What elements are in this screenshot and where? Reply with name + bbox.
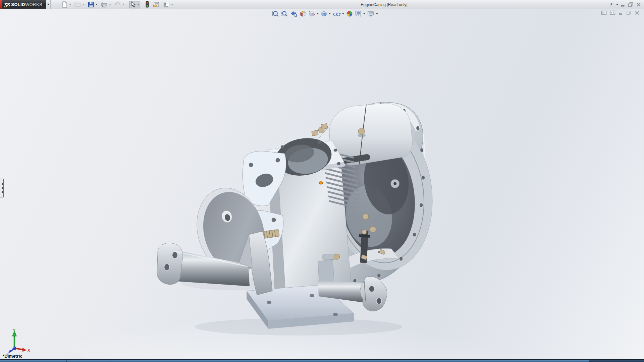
- display-style-icon: [321, 10, 327, 17]
- apply-scene-button[interactable]: [354, 10, 366, 17]
- collapse-left-icon: [1, 187, 3, 189]
- model-render-engine-casing: [0, 9, 644, 359]
- traffic-light-button[interactable]: [144, 1, 150, 8]
- statusbar-separator: [127, 360, 127, 362]
- brand-light: WORKS: [25, 2, 42, 7]
- document-minimize-button[interactable]: [619, 11, 623, 15]
- edit-appearance-icon: [346, 10, 353, 17]
- new-dropdown-caret[interactable]: [69, 4, 71, 5]
- collapse-left-icon: [1, 191, 3, 193]
- statusbar-right-segment: [589, 360, 644, 362]
- section-view-icon: [299, 10, 306, 17]
- view-settings-caret[interactable]: [376, 13, 378, 14]
- statusbar-separator: [589, 360, 589, 362]
- pane-toggle-left-icon[interactable]: [601, 10, 607, 15]
- window-title: EngineCasing [Read-only]: [335, 0, 433, 9]
- view-settings-icon: [367, 10, 375, 17]
- edit-appearance-button[interactable]: [345, 10, 354, 17]
- close-button[interactable]: [636, 2, 641, 7]
- window-controls: ?: [610, 0, 641, 9]
- undo-dropdown-caret[interactable]: [122, 4, 124, 5]
- main-toolbar: [61, 0, 175, 9]
- triad-y-label: Y: [13, 328, 16, 333]
- previous-view-icon: [290, 10, 297, 17]
- help-dropdown-caret[interactable]: [616, 4, 618, 5]
- restore-button[interactable]: [628, 2, 634, 7]
- title-bar: ƷS SOLIDWORKS: [0, 0, 644, 9]
- view-orientation-button[interactable]: [308, 10, 319, 17]
- zoom-to-area-icon: [281, 10, 288, 17]
- display-style-caret[interactable]: [329, 13, 331, 14]
- select-cursor-icon: [130, 1, 136, 7]
- view-orientation-label: *Dimetric: [3, 354, 22, 359]
- zoom-to-fit-icon: [272, 10, 279, 17]
- hide-show-items-icon: [333, 10, 341, 17]
- new-document-icon: [62, 1, 68, 8]
- taskbar-sliver[interactable]: [0, 359, 644, 362]
- save-button[interactable]: [87, 1, 99, 8]
- headsup-toolbar: [271, 10, 379, 18]
- brand-bold: SOLID: [11, 2, 25, 7]
- statusbar-separator: [66, 360, 67, 362]
- file-properties-icon: [153, 1, 160, 8]
- apply-scene-caret[interactable]: [363, 13, 365, 14]
- pane-toggle-right-icon[interactable]: [610, 10, 615, 15]
- select-dropdown-caret[interactable]: [137, 4, 139, 5]
- triad-x-label: X: [28, 348, 30, 352]
- document-window-controls: [601, 10, 640, 15]
- view-orientation-caret[interactable]: [317, 13, 319, 14]
- section-view-button[interactable]: [299, 10, 307, 17]
- print-button[interactable]: [100, 1, 112, 8]
- save-dropdown-caret[interactable]: [96, 4, 98, 5]
- options-icon: [163, 1, 170, 8]
- collapse-left-icon: [1, 183, 3, 185]
- undo-button[interactable]: [113, 1, 125, 8]
- menu-expand-arrow[interactable]: [46, 0, 51, 9]
- orientation-triad: Z X Y: [4, 328, 32, 357]
- document-close-button[interactable]: [635, 11, 640, 15]
- select-button[interactable]: [129, 1, 140, 8]
- document-restore-button[interactable]: [626, 10, 632, 15]
- new-document-button[interactable]: [61, 1, 72, 8]
- undo-icon: [114, 1, 121, 7]
- expand-right-icon: [48, 3, 49, 6]
- vertex-marker: [319, 181, 323, 184]
- zoom-to-area-button[interactable]: [280, 10, 289, 17]
- save-icon: [88, 1, 94, 8]
- previous-view-button[interactable]: [289, 10, 298, 17]
- traffic-light-icon: [145, 1, 149, 8]
- help-button[interactable]: ?: [610, 2, 612, 7]
- print-icon: [101, 1, 108, 8]
- file-properties-button[interactable]: [152, 1, 161, 8]
- open-dropdown-caret[interactable]: [83, 4, 85, 5]
- minimize-button[interactable]: [621, 2, 626, 7]
- print-dropdown-caret[interactable]: [109, 4, 111, 5]
- feature-tree-collapsed-tab[interactable]: [0, 179, 4, 197]
- view-orientation-icon: [308, 10, 315, 17]
- solidworks-logo-glyph: ƷS: [4, 2, 10, 7]
- hide-show-items-caret[interactable]: [342, 13, 344, 14]
- open-button[interactable]: [73, 1, 86, 8]
- hide-show-items-button[interactable]: [332, 10, 345, 17]
- options-button[interactable]: [162, 1, 174, 8]
- solidworks-logo: ƷS SOLIDWORKS: [2, 0, 46, 9]
- statusbar-separator: [110, 360, 110, 362]
- open-folder-icon: [74, 1, 81, 7]
- options-dropdown-caret[interactable]: [171, 4, 173, 5]
- graphics-area[interactable]: Z X Y *Dimetric: [0, 9, 644, 359]
- apply-scene-icon: [355, 10, 362, 17]
- display-style-button[interactable]: [320, 10, 331, 17]
- view-settings-button[interactable]: [367, 10, 379, 17]
- zoom-to-fit-button[interactable]: [271, 10, 280, 17]
